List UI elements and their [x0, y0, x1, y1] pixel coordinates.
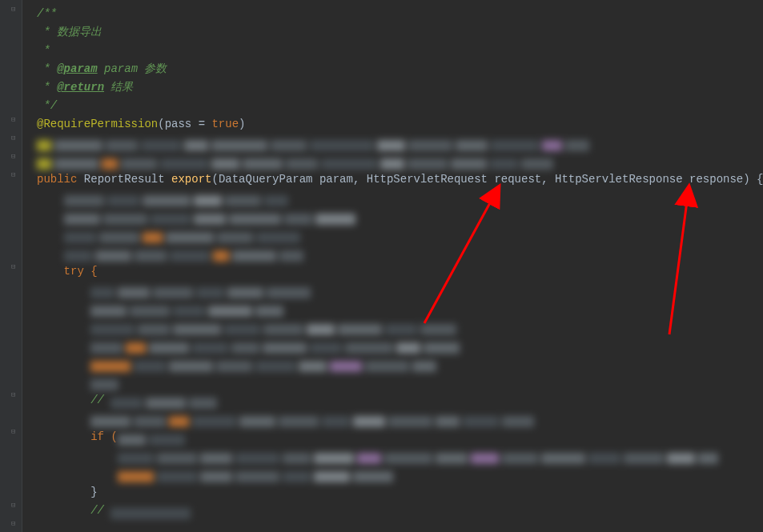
blurred-code: [90, 302, 287, 314]
blurred-code: [90, 338, 463, 351]
fold-icon[interactable]: ⊟: [11, 6, 18, 14]
if-keyword: if (: [90, 430, 118, 443]
comment-slash: //: [90, 394, 110, 406]
editor-gutter: ⊟ ⊟ ⊟ ⊟ ⊟ ⊟ ⊟ ⊟ ⊟ ⊟: [0, 0, 22, 532]
close-brace: }: [90, 486, 97, 498]
param3-name: response: [689, 173, 743, 186]
fold-icon[interactable]: ⊟: [11, 135, 18, 142]
blurred-code: [110, 504, 194, 517]
fold-icon[interactable]: ⊟: [11, 521, 18, 528]
blurred-code: [118, 467, 396, 480]
try-keyword: try {: [64, 265, 98, 278]
method-modifier: public: [37, 173, 77, 186]
annotation-key: pass: [165, 118, 192, 130]
fold-icon[interactable]: ⊟: [11, 154, 18, 161]
param2-type: HttpServletRequest: [367, 173, 495, 186]
annotation-open: (: [158, 118, 164, 130]
comment-slash: //: [90, 504, 110, 517]
method-return-type: ReportResult: [77, 173, 171, 186]
fold-icon[interactable]: ⊟: [11, 429, 18, 436]
blurred-code: [64, 228, 303, 241]
blurred-code: [37, 154, 556, 167]
javadoc-return-tag: @return: [57, 81, 104, 94]
javadoc-return-text: 结果: [104, 81, 133, 94]
sep2: ,: [541, 173, 555, 186]
fold-icon[interactable]: ⊟: [11, 502, 18, 510]
blurred-code: [90, 375, 122, 388]
sep1: ,: [353, 173, 367, 186]
blurred-code: [90, 283, 314, 296]
param1-name: param: [319, 173, 353, 186]
blurred-code: [37, 136, 592, 149]
fold-icon[interactable]: ⊟: [11, 392, 18, 399]
fold-icon[interactable]: ⊟: [11, 172, 18, 179]
javadoc-end: */: [37, 99, 57, 112]
javadoc-return-prefix: *: [37, 81, 57, 94]
javadoc-start: /**: [37, 7, 57, 20]
method-name: export: [171, 173, 211, 186]
javadoc-param-text: param 参数: [98, 62, 167, 75]
javadoc-desc: * 数据导出: [37, 26, 102, 38]
blurred-code: [64, 246, 307, 259]
fold-icon[interactable]: ⊟: [11, 117, 18, 124]
method-params-close: ) {: [743, 173, 763, 186]
blurred-code: [64, 191, 291, 204]
param2-name: request: [494, 173, 541, 186]
javadoc-blank: *: [37, 44, 50, 57]
code-editor[interactable]: /** * 数据导出 * * @param param 参数 * @return…: [22, 0, 763, 520]
param1-type: DataQueryParam: [219, 173, 319, 186]
javadoc-param-tag: @param: [57, 62, 97, 75]
blurred-code: [90, 320, 460, 333]
method-params-open: (: [211, 173, 218, 186]
annotation-eq: =: [191, 118, 211, 130]
blurred-code: [110, 394, 220, 406]
blurred-code: [118, 430, 188, 443]
blurred-code: [90, 357, 440, 370]
fold-icon[interactable]: ⊟: [11, 264, 18, 271]
annotation-name: @RequirePermission: [37, 118, 158, 130]
annotation-val: true: [211, 118, 239, 130]
blurred-code: [90, 412, 537, 425]
blurred-code: [118, 449, 721, 462]
annotation-close: ): [239, 118, 245, 130]
javadoc-param-prefix: *: [37, 62, 57, 75]
param3-type: HttpServletResponse: [555, 173, 689, 186]
blurred-code: [64, 210, 359, 222]
